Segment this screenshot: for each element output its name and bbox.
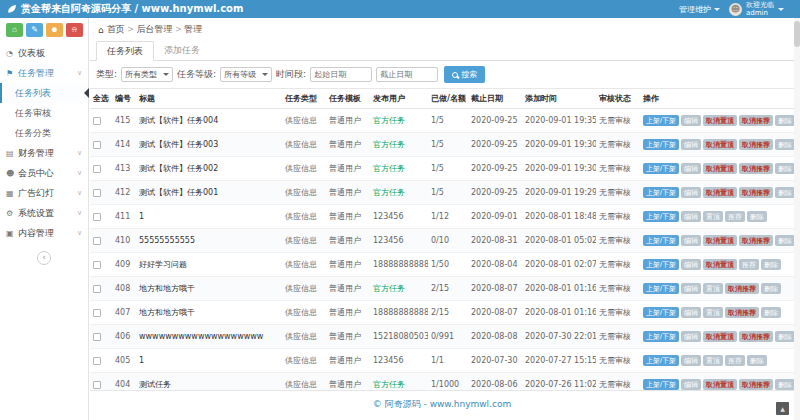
pin-button[interactable]: 置顶 <box>703 355 723 366</box>
cancel-recommend-button[interactable]: 取消推荐 <box>739 187 773 198</box>
user-menu[interactable]: ☻ 欢迎光临 admin <box>729 1 784 17</box>
row-checkbox[interactable] <box>93 261 101 269</box>
breadcrumb-item[interactable]: 后台管理 <box>137 24 173 34</box>
toggle-listing-button[interactable]: 上架/下架 <box>643 283 679 294</box>
toggle-listing-button[interactable]: 上架/下架 <box>643 115 679 126</box>
row-checkbox[interactable] <box>93 285 101 293</box>
delete-button[interactable]: 删除 <box>761 259 781 270</box>
row-checkbox[interactable] <box>93 189 101 197</box>
edit-button[interactable]: 编辑 <box>681 115 701 126</box>
row-checkbox[interactable] <box>93 117 101 125</box>
admin-maintenance-menu[interactable]: 管理维护 <box>679 4 720 15</box>
cancel-recommend-button[interactable]: 取消推荐 <box>739 379 773 390</box>
row-checkbox[interactable] <box>93 141 101 149</box>
back-to-top-button[interactable]: ▲ <box>776 402 789 415</box>
edit-button[interactable]: ✎ <box>26 23 43 37</box>
delete-button[interactable]: 删除 <box>775 163 794 174</box>
sidebar-item-content-management[interactable]: ▣内容管理∨ <box>0 223 88 243</box>
cancel-pin-button[interactable]: 取消置顶 <box>703 187 737 198</box>
scrollbar-thumb[interactable] <box>794 21 800 47</box>
toggle-listing-button[interactable]: 上架/下架 <box>643 355 679 366</box>
sidebar-item-task-list[interactable]: 任务列表 <box>0 83 88 103</box>
delete-button[interactable]: 删除 <box>775 235 794 246</box>
sidebar-item-task-management[interactable]: ⚑任务管理∨ <box>0 63 88 83</box>
delete-button[interactable]: 删除 <box>747 355 767 366</box>
edit-button[interactable]: 编辑 <box>681 379 701 390</box>
row-checkbox[interactable] <box>93 381 101 389</box>
type-filter-select[interactable]: 所有类型 <box>121 67 173 82</box>
toggle-listing-button[interactable]: 上架/下架 <box>643 211 679 222</box>
recommend-button[interactable]: 推荐 <box>725 211 745 222</box>
delete-button[interactable]: 删除 <box>775 187 794 198</box>
cancel-recommend-button[interactable]: 取消推荐 <box>739 331 773 342</box>
edit-button[interactable]: 编辑 <box>681 307 701 318</box>
tab-task-list[interactable]: 任务列表 <box>96 41 154 61</box>
home-button[interactable]: ⌂ <box>6 23 23 37</box>
delete-button[interactable]: 删除 <box>775 379 794 390</box>
delete-button[interactable]: 删除 <box>775 139 794 150</box>
row-checkbox[interactable] <box>93 309 101 317</box>
toggle-listing-button[interactable]: 上架/下架 <box>643 379 679 390</box>
pin-button[interactable]: 置顶 <box>703 211 723 222</box>
sidebar-item-finance-management[interactable]: ▤财务管理∨ <box>0 143 88 163</box>
recommend-button[interactable]: 推荐 <box>725 355 745 366</box>
end-date-input[interactable] <box>376 67 438 82</box>
edit-button[interactable]: 编辑 <box>681 259 701 270</box>
toggle-listing-button[interactable]: 上架/下架 <box>643 259 679 270</box>
row-checkbox[interactable] <box>93 357 101 365</box>
delete-button[interactable]: 删除 <box>775 115 794 126</box>
pin-button[interactable]: 置顶 <box>703 283 723 294</box>
cancel-pin-button[interactable]: 取消置顶 <box>703 163 737 174</box>
edit-button[interactable]: 编辑 <box>681 331 701 342</box>
cancel-recommend-button[interactable]: 取消推荐 <box>725 307 759 318</box>
recommend-button[interactable]: 推荐 <box>739 259 759 270</box>
cancel-pin-button[interactable]: 取消置顶 <box>703 379 737 390</box>
cancel-recommend-button[interactable]: 取消推荐 <box>739 115 773 126</box>
edit-button[interactable]: 编辑 <box>681 211 701 222</box>
toggle-listing-button[interactable]: 上架/下架 <box>643 235 679 246</box>
row-checkbox[interactable] <box>93 213 101 221</box>
cancel-pin-button[interactable]: 取消置顶 <box>703 235 737 246</box>
delete-button[interactable]: 删除 <box>761 283 781 294</box>
search-button[interactable]: 搜索 <box>444 66 485 83</box>
edit-button[interactable]: 编辑 <box>681 187 701 198</box>
delete-button[interactable]: 删除 <box>747 211 767 222</box>
footer-copyright-link[interactable]: © 阿奇源码 - www.hnymwl.com <box>373 399 511 409</box>
sidebar-item-task-audit[interactable]: 任务审核 <box>0 103 88 123</box>
start-date-input[interactable] <box>310 67 372 82</box>
sidebar-item-dashboard[interactable]: ◔仪表板 <box>0 43 88 63</box>
cancel-recommend-button[interactable]: 取消推荐 <box>725 283 759 294</box>
cancel-recommend-button[interactable]: 取消推荐 <box>739 139 773 150</box>
row-checkbox[interactable] <box>93 165 101 173</box>
edit-button[interactable]: 编辑 <box>681 283 701 294</box>
user-button[interactable]: ☻ <box>46 23 63 37</box>
sidebar-item-member-center[interactable]: ☻会员中心∨ <box>0 163 88 183</box>
edit-button[interactable]: 编辑 <box>681 235 701 246</box>
row-checkbox[interactable] <box>93 333 101 341</box>
tab-add-task[interactable]: 添加任务 <box>154 41 210 61</box>
cancel-pin-button[interactable]: 取消置顶 <box>703 139 737 150</box>
edit-button[interactable]: 编辑 <box>681 163 701 174</box>
row-checkbox[interactable] <box>93 237 101 245</box>
toggle-listing-button[interactable]: 上架/下架 <box>643 163 679 174</box>
toggle-listing-button[interactable]: 上架/下架 <box>643 139 679 150</box>
notifications-button[interactable]: ⍾ <box>66 23 83 37</box>
toggle-listing-button[interactable]: 上架/下架 <box>643 331 679 342</box>
edit-button[interactable]: 编辑 <box>681 355 701 366</box>
delete-button[interactable]: 删除 <box>761 307 781 318</box>
cancel-pin-button[interactable]: 取消置顶 <box>703 259 737 270</box>
cancel-pin-button[interactable]: 取消置顶 <box>703 331 737 342</box>
sidebar-item-system-settings[interactable]: ⚙系统设置∨ <box>0 203 88 223</box>
level-filter-select[interactable]: 所有等级 <box>220 67 272 82</box>
delete-button[interactable]: 删除 <box>775 331 794 342</box>
sidebar-collapse-button[interactable]: ‹ <box>37 251 51 265</box>
cancel-pin-button[interactable]: 取消置顶 <box>703 115 737 126</box>
toggle-listing-button[interactable]: 上架/下架 <box>643 187 679 198</box>
sidebar-item-ad-slides[interactable]: ▦广告幻灯∨ <box>0 183 88 203</box>
breadcrumb-item[interactable]: 首页 <box>107 24 125 34</box>
edit-button[interactable]: 编辑 <box>681 139 701 150</box>
cancel-recommend-button[interactable]: 取消推荐 <box>739 163 773 174</box>
sidebar-item-task-category[interactable]: 任务分类 <box>0 123 88 143</box>
toggle-listing-button[interactable]: 上架/下架 <box>643 307 679 318</box>
cancel-recommend-button[interactable]: 取消推荐 <box>739 235 773 246</box>
